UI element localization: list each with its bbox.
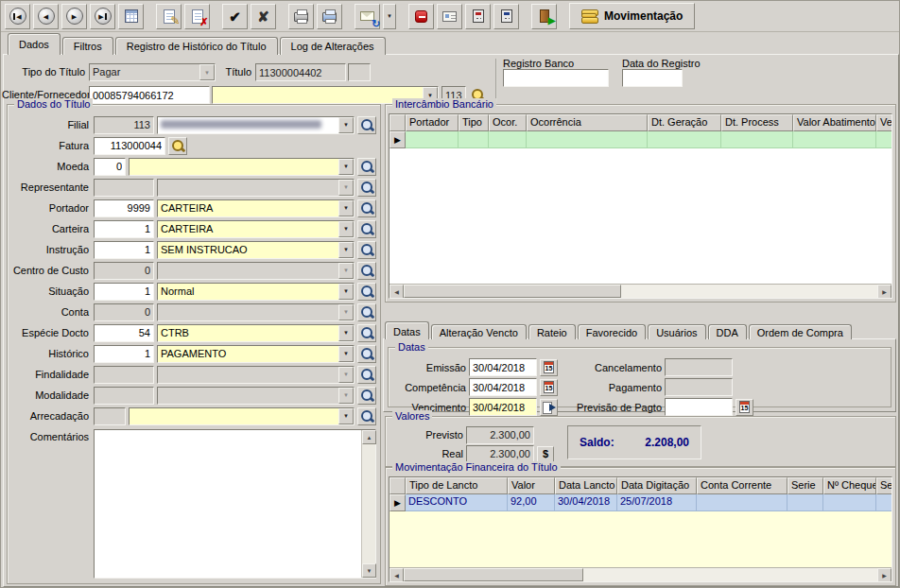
cell-serie[interactable] [788, 494, 823, 511]
main-tab[interactable]: Log de Alterações [280, 37, 386, 55]
exit-button[interactable]: ▶ [531, 4, 557, 29]
nav-first-button[interactable]: ◀ [5, 4, 30, 29]
fatura-search-button[interactable] [168, 137, 187, 155]
situacao-search-button[interactable] [357, 283, 376, 301]
conta-search-button[interactable] [357, 303, 376, 321]
column-header[interactable]: Dt. Geração [648, 114, 721, 131]
calculate-blue-button[interactable] [493, 4, 519, 29]
print-preview-button[interactable] [317, 4, 342, 29]
cell-valor[interactable]: 92,00 [508, 494, 555, 511]
scrollbar-thumb[interactable] [404, 285, 621, 298]
chevron-down-icon[interactable]: ▼ [338, 325, 354, 341]
titulo-aux-input[interactable] [348, 63, 371, 81]
real-input[interactable] [466, 445, 534, 463]
card-button[interactable] [437, 4, 462, 29]
grid-cell[interactable] [793, 131, 876, 148]
finalidade-search-button[interactable] [357, 366, 376, 384]
confirm-button[interactable]: ✔ [222, 4, 248, 29]
portador-combo[interactable]: CARTEIRA▼ [157, 199, 355, 217]
historico-combo[interactable]: PAGAMENTO▼ [157, 345, 355, 363]
nav-prev-button[interactable]: ◀ [33, 4, 59, 29]
horizontal-scrollbar[interactable]: ◀ ▶ [389, 567, 891, 581]
cliente-code-input[interactable] [89, 86, 210, 104]
grid-cell[interactable] [489, 131, 527, 148]
detail-tab[interactable]: Favorecido [578, 324, 646, 339]
chevron-down-icon[interactable]: ▼ [338, 159, 354, 175]
titulo-input[interactable] [255, 63, 346, 81]
cancelamento-input[interactable] [665, 358, 733, 376]
scroll-right-button[interactable]: ▶ [877, 568, 891, 582]
send-options-dropdown[interactable]: ▼ [383, 4, 396, 29]
scrollbar-thumb[interactable] [404, 568, 583, 581]
column-header[interactable]: Valor Abatimento [793, 114, 876, 131]
main-tab[interactable]: Filtros [62, 37, 113, 55]
vertical-scrollbar[interactable]: ▲ ▼ [361, 430, 375, 578]
detail-tab[interactable]: DDA [708, 324, 747, 339]
grid-cell[interactable] [648, 131, 721, 148]
centro-custo-code-input[interactable] [94, 262, 154, 280]
detail-tab[interactable]: Alteração Vencto [431, 324, 527, 339]
situacao-combo[interactable]: Normal▼ [157, 283, 355, 301]
arrecadacao-code-input[interactable] [94, 407, 126, 425]
registro-banco-input[interactable] [503, 69, 609, 87]
moeda-code-input[interactable] [94, 158, 126, 176]
chevron-down-icon[interactable]: ▼ [338, 200, 354, 216]
detail-tab[interactable]: Usuários [648, 324, 705, 339]
grid-cell[interactable] [459, 131, 489, 148]
portador-code-input[interactable] [94, 199, 154, 217]
representante-combo[interactable]: ▼ [157, 179, 355, 197]
centro-custo-combo[interactable]: ▼ [157, 262, 355, 280]
grid-cell[interactable] [527, 131, 648, 148]
vencimento-picker-button[interactable] [540, 399, 558, 416]
main-tab[interactable]: Registro de Histórico do Título [115, 37, 278, 55]
chevron-down-icon[interactable]: ▼ [338, 408, 354, 424]
fatura-input[interactable] [94, 137, 165, 155]
situacao-code-input[interactable] [94, 283, 154, 301]
previsao-calendar-button[interactable]: 15 [736, 399, 753, 416]
scroll-left-button[interactable]: ◀ [389, 568, 404, 582]
data-registro-input[interactable] [622, 69, 683, 87]
scroll-down-button[interactable]: ▼ [362, 563, 376, 578]
competencia-calendar-button[interactable]: 15 [540, 379, 558, 396]
instrucao-search-button[interactable] [357, 241, 376, 259]
column-header[interactable]: Serie [788, 477, 823, 494]
emissao-input[interactable] [469, 358, 537, 376]
pagamento-input[interactable] [665, 378, 733, 396]
especie-combo[interactable]: CTRB▼ [157, 324, 355, 342]
calculate-red-button[interactable] [465, 4, 491, 29]
vencimento-input[interactable] [469, 398, 537, 416]
conta-combo[interactable]: ▼ [157, 303, 355, 321]
finalidade-combo[interactable]: ▼ [157, 366, 355, 384]
instrucao-code-input[interactable] [94, 241, 154, 259]
selected-row[interactable]: ▶ DESCONTO 92,00 30/04/2018 25/07/2018 [389, 494, 891, 511]
browse-records-button[interactable] [118, 4, 144, 29]
scrollbar-track[interactable] [404, 285, 877, 298]
column-header[interactable]: Dt. Process [721, 114, 793, 131]
especie-code-input[interactable] [94, 324, 154, 342]
scrollbar-track[interactable] [404, 568, 877, 581]
column-header[interactable]: Seq [876, 477, 891, 494]
cell-conta-corrente[interactable] [697, 494, 788, 511]
moeda-search-button[interactable] [357, 158, 376, 176]
arrecadacao-search-button[interactable] [357, 407, 376, 425]
finalidade-code-input[interactable] [94, 366, 154, 384]
previsto-input[interactable] [466, 426, 534, 444]
nav-last-button[interactable]: ▶ [90, 4, 115, 29]
chevron-down-icon[interactable]: ▼ [338, 221, 354, 237]
column-header[interactable]: Conta Corrente [697, 477, 788, 494]
cell-tipo-lancto[interactable]: DESCONTO [406, 494, 508, 511]
carteira-search-button[interactable] [357, 220, 376, 238]
grid-current-row[interactable]: ▶ [389, 131, 891, 148]
historico-code-input[interactable] [94, 345, 154, 363]
column-header[interactable]: Vencto [876, 114, 891, 131]
competencia-input[interactable] [469, 378, 537, 396]
carteira-code-input[interactable] [94, 220, 154, 238]
filial-search-button[interactable] [357, 116, 376, 134]
scroll-right-button[interactable]: ▶ [877, 285, 891, 299]
modalidade-combo[interactable]: ▼ [157, 387, 355, 405]
cancel-button[interactable]: ✘ [251, 4, 276, 29]
nav-next-button[interactable]: ▶ [61, 4, 87, 29]
detail-tab[interactable]: Ordem de Compra [749, 324, 852, 339]
main-tab[interactable]: Dados [8, 33, 61, 55]
cell-seq[interactable] [876, 494, 891, 511]
